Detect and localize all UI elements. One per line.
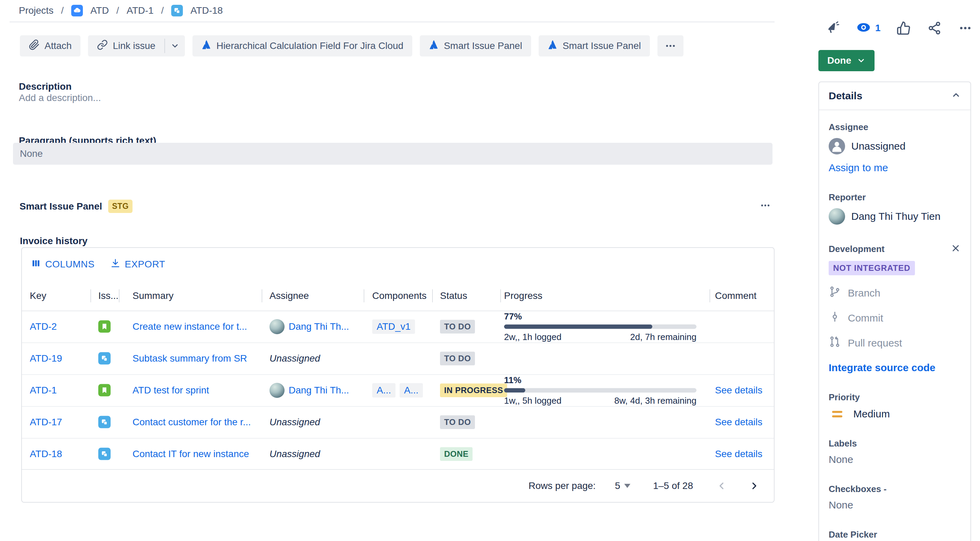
toolbar-more-button[interactable] [657,35,684,56]
integrate-source-code-link[interactable]: Integrate source code [829,362,935,374]
issue-summary-link[interactable]: ATD test for sprint [132,385,209,396]
branch-item: Branch [829,286,961,300]
breadcrumb-parent-issue[interactable]: ATD-1 [127,5,154,16]
link-issue-chevron-down-icon[interactable] [165,35,185,56]
labels-label: Labels [829,438,961,449]
see-details-link[interactable]: See details [715,417,762,428]
column-header-summary[interactable]: Summary [132,290,173,301]
column-header-components[interactable]: Components [372,290,426,301]
description-placeholder[interactable]: Add a description... [19,92,101,103]
app-button-smart-issue-panel-1[interactable]: Smart Issue Panel [420,35,531,56]
atlassian-logo-icon [201,40,212,53]
issue-summary-link[interactable]: Contact IT for new instance [132,449,249,460]
column-header-assignee[interactable]: Assignee [269,290,309,301]
column-separator[interactable] [500,289,501,302]
reporter-label: Reporter [829,192,961,203]
close-icon[interactable] [951,243,961,255]
column-separator[interactable] [119,289,119,302]
smart-panel-heading: Smart Issue Panel STG [19,200,132,213]
rows-per-page-label: Rows per page: [529,481,596,492]
status-badge: IN PROGRESS [440,383,507,397]
paragraph-field-none: None [20,148,43,159]
unassigned-person-icon [829,138,845,154]
development-label: Development [829,244,885,255]
link-issue-button[interactable]: Link issue [88,35,164,56]
assignee-link[interactable]: Dang Thi Th... [289,385,349,396]
column-header-key[interactable]: Key [30,290,46,301]
column-header-comment[interactable]: Comment [715,290,756,301]
app-button-label: Smart Issue Panel [444,40,522,51]
issue-key-link[interactable]: ATD-18 [30,449,62,460]
rows-per-page-select[interactable]: 5 [615,481,631,492]
component-chip[interactable]: A... [372,383,396,398]
checkboxes-value[interactable]: None [829,499,961,511]
share-icon[interactable] [927,20,942,36]
issue-summary-link[interactable]: Subtask summary from SR [132,353,247,364]
chevron-up-icon [951,91,961,101]
labels-value[interactable]: None [829,453,961,465]
see-details-link[interactable]: See details [715,449,762,460]
column-separator[interactable] [91,289,91,302]
progress-bar [504,324,697,329]
issue-actions: 1 [825,20,973,36]
status-done-label: Done [827,55,851,66]
assignee-unassigned: Unassigned [269,353,320,364]
vote-thumbs-up-icon[interactable] [896,20,912,36]
next-page-button[interactable] [746,478,762,493]
column-separator[interactable] [710,289,710,302]
issue-summary-link[interactable]: Contact customer for the r... [132,417,251,428]
atlassian-logo-icon [429,40,439,53]
assignee-value-row[interactable]: Unassigned [829,138,961,154]
assign-to-me-link[interactable]: Assign to me [829,162,888,173]
component-chip[interactable]: A... [399,383,423,398]
attach-button[interactable]: Attach [20,35,81,56]
previous-page-button[interactable] [714,478,729,493]
status-badge: DONE [440,447,473,461]
column-header-issuetype[interactable]: Iss... [98,290,118,301]
smart-panel-more-button[interactable] [755,198,776,213]
columns-button[interactable]: COLUMNS [31,258,94,271]
subtask-icon [98,352,111,364]
breadcrumb-current-issue[interactable]: ATD-18 [190,5,223,16]
column-separator[interactable] [262,289,262,302]
table-row: ATD-2 Create new instance for t... Dang … [22,310,774,343]
avatar [829,208,845,224]
invoice-history-title: Invoice history [20,235,88,247]
table-row: ATD-19 Subtask summary from SR Unassigne… [22,342,774,375]
invoice-history-table: COLUMNS EXPORT Key Iss... Summary Assign… [21,247,775,503]
details-header[interactable]: Details [819,82,970,110]
more-actions-icon[interactable] [958,20,973,36]
issue-summary-link[interactable]: Create new instance for t... [132,321,247,332]
paragraph-field-value[interactable]: None [13,143,773,165]
priority-label: Priority [829,392,961,403]
assignee-link[interactable]: Dang Thi Th... [289,321,349,332]
reporter-value-row[interactable]: Dang Thi Thuy Tien [829,208,961,224]
table-row: ATD-17 Contact customer for the r... Una… [22,406,774,439]
issue-key-link[interactable]: ATD-2 [30,321,57,332]
avatar [269,319,285,334]
rows-per-page-value: 5 [615,481,620,492]
description-title: Description [19,81,72,92]
breadcrumb: Projects / ATD / ATD-1 / ATD-18 [19,5,223,16]
app-button-hierarchical-calculation[interactable]: Hierarchical Calculation Field For Jira … [192,35,412,56]
column-header-status[interactable]: Status [440,290,467,301]
subtask-icon [171,5,183,16]
export-button[interactable]: EXPORT [110,258,165,271]
breadcrumb-separator: / [61,5,64,16]
column-separator[interactable] [364,289,364,302]
details-body: Assignee Unassigned Assign to me Reporte… [819,110,970,541]
issue-key-link[interactable]: ATD-19 [30,353,62,364]
breadcrumb-projects[interactable]: Projects [19,5,53,16]
priority-value-row[interactable]: Medium [829,408,961,420]
column-header-progress[interactable]: Progress [504,290,542,301]
status-done-button[interactable]: Done [818,50,875,71]
app-button-smart-issue-panel-2[interactable]: Smart Issue Panel [539,35,650,56]
feedback-megaphone-icon[interactable] [825,20,841,36]
component-chip[interactable]: ATD_v1 [372,320,415,334]
breadcrumb-project[interactable]: ATD [91,5,109,16]
issue-key-link[interactable]: ATD-17 [30,417,62,428]
column-separator[interactable] [432,289,433,302]
watch-button[interactable]: 1 [856,20,881,36]
issue-key-link[interactable]: ATD-1 [30,385,57,396]
see-details-link[interactable]: See details [715,385,762,396]
